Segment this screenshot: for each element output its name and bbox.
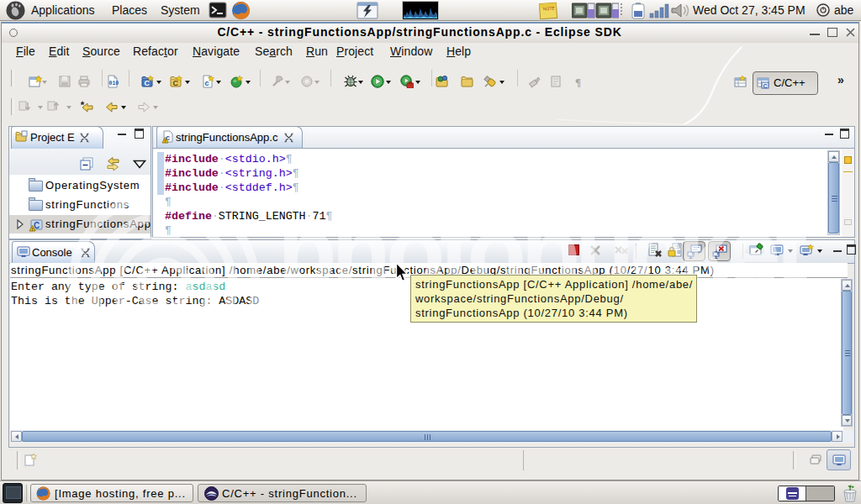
svg-text:!: ! [165,139,166,144]
svg-text:C: C [34,221,40,230]
svg-text:!: ! [32,227,34,232]
svg-text:c: c [205,79,209,87]
svg-text:¶: ¶ [575,76,581,88]
svg-text:010: 010 [109,81,119,87]
svg-text:NOTE: NOTE [543,5,556,11]
svg-text:C: C [763,83,768,89]
